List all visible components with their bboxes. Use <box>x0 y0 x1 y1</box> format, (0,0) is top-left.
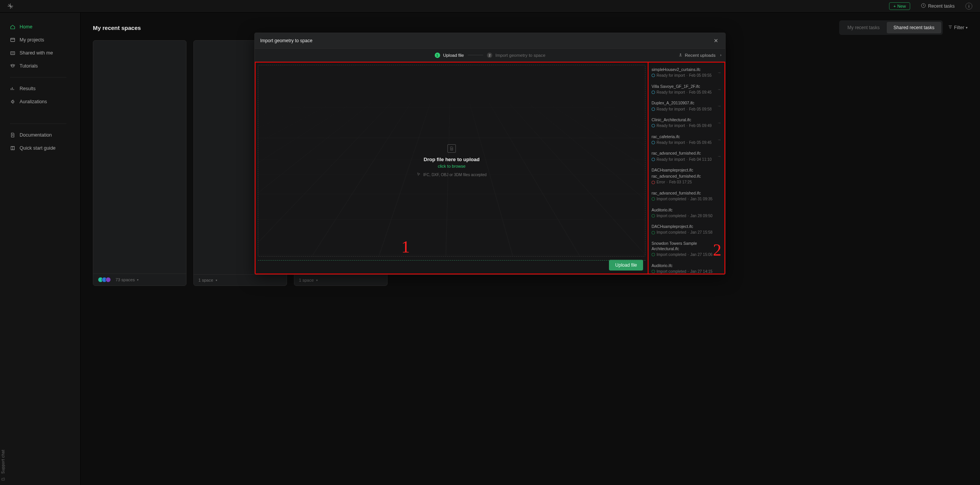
status-dot-icon <box>652 197 655 201</box>
recent-upload-time: Feb 05 09:55 <box>689 73 712 78</box>
recent-upload-item[interactable]: Villa Savoye_GF_1F_2F.ifcReady for impor… <box>650 81 722 98</box>
separator: · <box>686 107 688 112</box>
file-drop-zone[interactable]: Drop file here to upload click to browse… <box>258 65 645 257</box>
recent-upload-status: Import completed <box>657 269 686 274</box>
recent-upload-item[interactable]: Auditorio.ifcImport completed · Jan 28 0… <box>650 205 722 221</box>
recent-upload-time: Jan 27 15:58 <box>690 230 713 235</box>
recent-uploads-toggle[interactable]: Recent uploads › <box>678 49 721 61</box>
recent-upload-item[interactable]: rac_advanced_furnished.ifcReady for impo… <box>650 148 722 165</box>
step-1-number: 1 <box>435 53 440 58</box>
clock-icon <box>921 3 926 9</box>
recent-upload-meta: Ready for import · Feb 05 09:49 <box>652 123 721 129</box>
recent-upload-status: Ready for import <box>657 90 685 95</box>
recent-upload-time: Feb 03 17:25 <box>669 180 692 185</box>
recent-upload-item[interactable]: simpleHousev2_curtains.ifcReady for impo… <box>650 64 722 81</box>
recent-upload-meta: Ready for import · Feb 05 09:45 <box>652 90 721 95</box>
recent-upload-item[interactable]: DACHsampleproject.ifcrac_advanced_furnis… <box>650 165 722 188</box>
recent-upload-name: Duplex_A_20110907.ifc <box>652 100 721 106</box>
recent-upload-time: Feb 05 09:45 <box>689 140 712 145</box>
recent-upload-name: DACHsampleproject.ifc <box>652 224 721 229</box>
recent-upload-meta: Import completed · Jan 27 15:06 <box>652 252 721 257</box>
modal-header: Import geometry to space ✕ <box>255 33 725 49</box>
separator: · <box>686 140 688 145</box>
recent-upload-name: Villa Savoye_GF_1F_2F.ifc <box>652 84 721 89</box>
recent-upload-item[interactable]: Snowdon Towers Sample Architectural.ifcI… <box>650 238 722 260</box>
status-dot-icon <box>652 124 655 127</box>
step-2[interactable]: 2 Import geometry to space <box>487 53 545 58</box>
separator: · <box>686 123 688 129</box>
close-button[interactable]: ✕ <box>712 37 720 45</box>
modal-overlay: Import geometry to space ✕ 1 Upload file… <box>0 13 980 485</box>
status-dot-icon <box>652 253 655 256</box>
recent-upload-meta: Import completed · Jan 28 09:50 <box>652 213 721 219</box>
recent-upload-item[interactable]: Auditorio.ifcImport completed · Jan 27 1… <box>650 260 722 274</box>
recent-upload-meta: Import completed · Jan 31 09:35 <box>652 196 721 202</box>
recent-upload-item[interactable]: rac_cafeteria.ifcReady for import · Feb … <box>650 131 722 148</box>
recent-upload-status: Error <box>657 180 665 185</box>
separator: · <box>686 90 688 95</box>
recent-tasks-link[interactable]: Recent tasks <box>921 3 955 9</box>
divider-dashed <box>258 260 645 261</box>
recent-upload-meta: Ready for import · Feb 05 09:58 <box>652 107 721 112</box>
upload-icon <box>678 53 683 58</box>
status-dot-icon <box>652 74 655 77</box>
recent-upload-status: Import completed <box>657 230 686 235</box>
separator: · <box>688 252 689 257</box>
recent-upload-status: Ready for import <box>657 107 685 112</box>
recent-upload-time: Jan 27 14:15 <box>690 269 713 274</box>
arrow-right-icon[interactable]: → <box>717 120 721 125</box>
recent-upload-meta: Ready for import · Feb 05 09:45 <box>652 140 721 145</box>
arrow-right-icon[interactable]: → <box>717 153 721 159</box>
step-separator <box>468 55 483 55</box>
chevron-right-icon: › <box>720 53 721 57</box>
cursor-icon <box>417 172 421 177</box>
recent-upload-time: Feb 05 09:45 <box>689 90 712 95</box>
help-button[interactable]: i <box>965 3 972 10</box>
recent-upload-name: Auditorio.ifc <box>652 263 721 268</box>
separator: · <box>686 157 688 162</box>
arrow-right-icon[interactable]: → <box>717 69 721 75</box>
status-dot-icon <box>652 270 655 273</box>
recent-upload-item[interactable]: rac_advanced_furnished.ifcImport complet… <box>650 188 722 205</box>
step-2-number: 2 <box>487 53 492 58</box>
recent-uploads-label: Recent uploads <box>685 53 716 58</box>
recent-upload-name: Snowdon Towers Sample Architectural.ifc <box>652 241 721 251</box>
step-2-label: Import geometry to space <box>495 53 545 58</box>
step-1[interactable]: 1 Upload file <box>435 53 464 58</box>
recent-upload-item[interactable]: Duplex_A_20110907.ifcReady for import · … <box>650 97 722 114</box>
recent-upload-meta: Ready for import · Feb 05 09:55 <box>652 73 721 78</box>
recent-upload-time: Feb 05 09:58 <box>689 107 712 112</box>
arrow-right-icon[interactable]: → <box>717 103 721 109</box>
drop-title: Drop file here to upload <box>424 157 480 162</box>
recent-upload-status: Import completed <box>657 196 686 202</box>
recent-upload-time: Jan 31 09:35 <box>690 196 713 202</box>
recent-upload-status: Import completed <box>657 213 686 219</box>
chat-icon <box>1 477 5 481</box>
arrow-right-icon[interactable]: → <box>717 86 721 92</box>
recent-upload-item[interactable]: DACHsampleproject.ifcImport completed · … <box>650 221 722 238</box>
recent-upload-name: simpleHousev2_curtains.ifc <box>652 67 721 72</box>
separator: · <box>688 269 689 274</box>
arrow-right-icon[interactable]: → <box>717 137 721 142</box>
recent-upload-time: Jan 28 09:50 <box>690 213 713 219</box>
upload-file-button[interactable]: Upload file <box>609 260 643 271</box>
recent-upload-name: Auditorio.ifc <box>652 207 721 213</box>
separator: · <box>667 180 668 185</box>
browse-link[interactable]: click to browse <box>438 164 465 168</box>
recent-upload-name: rac_advanced_furnished.ifc <box>652 150 721 156</box>
recent-upload-item[interactable]: Clinic_Architectural.ifcReady for import… <box>650 114 722 131</box>
recent-upload-name: Clinic_Architectural.ifc <box>652 117 721 122</box>
recent-uploads-panel: simpleHousev2_curtains.ifcReady for impo… <box>648 62 725 274</box>
recent-upload-time: Feb 05 09:49 <box>689 123 712 129</box>
status-dot-icon <box>652 181 655 184</box>
recent-upload-status: Ready for import <box>657 73 685 78</box>
svg-point-5 <box>451 148 452 149</box>
recent-upload-meta: Error · Feb 03 17:25 <box>652 180 721 185</box>
recent-upload-name: rac_cafeteria.ifc <box>652 134 721 139</box>
status-dot-icon <box>652 107 655 111</box>
import-geometry-modal: Import geometry to space ✕ 1 Upload file… <box>254 33 726 275</box>
new-button[interactable]: + New <box>889 2 910 10</box>
support-chat-tab[interactable]: Support chat <box>1 450 5 481</box>
upload-file-button-label: Upload file <box>615 262 637 268</box>
step-bar: 1 Upload file 2 Import geometry to space… <box>255 49 725 62</box>
